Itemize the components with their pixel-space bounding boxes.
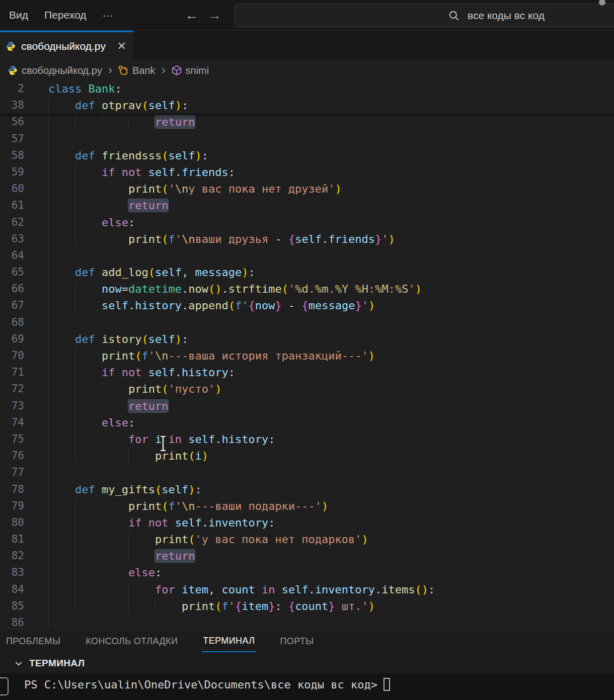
line-number: 84 bbox=[0, 581, 24, 598]
code-text: else: bbox=[48, 564, 162, 581]
code-text: now=datetime.now().strftime('%d.%m.%Y %H… bbox=[48, 281, 422, 297]
code-line[interactable]: 76 print(i) bbox=[0, 448, 614, 464]
code-line[interactable]: 69 def istory(self): bbox=[0, 331, 614, 347]
line-number: 60 bbox=[0, 181, 24, 197]
code-line[interactable]: 2class Bank: bbox=[0, 80, 614, 97]
panel-tab-ПРОБЛЕМЫ[interactable]: ПРОБЛЕМЫ bbox=[5, 631, 72, 652]
line-number: 75 bbox=[0, 431, 24, 448]
chevron-down-icon bbox=[14, 659, 23, 668]
code-text: def my_gifts(self): bbox=[48, 481, 202, 498]
panel-tab-КОНСОЛЬ ОТЛАДКИ[interactable]: КОНСОЛЬ ОТЛАДКИ bbox=[85, 631, 190, 652]
line-number: 64 bbox=[0, 247, 24, 264]
code-lines: 56 return5758 def friendsss(self):59 if … bbox=[0, 114, 614, 629]
code-line[interactable]: 82 return bbox=[0, 548, 614, 564]
code-line[interactable]: 74 else: bbox=[0, 414, 614, 431]
code-line[interactable]: 38 def otprav(self): bbox=[0, 97, 614, 114]
class-icon bbox=[118, 65, 129, 76]
line-number: 59 bbox=[0, 164, 24, 181]
code-text: else: bbox=[48, 414, 135, 431]
code-line[interactable]: 65 def add_log(self, message): bbox=[0, 264, 614, 281]
line-number: 86 bbox=[0, 615, 24, 629]
code-line[interactable]: 60 print('\nу вас пока нет друзей') bbox=[0, 181, 614, 197]
breadcrumb-item-свободныйкод.py[interactable]: свободныйкод.py bbox=[7, 65, 102, 76]
line-number: 61 bbox=[0, 197, 24, 214]
code-line[interactable]: 86 bbox=[0, 615, 614, 629]
code-text: self.history.append(f'{now} - {message}'… bbox=[48, 297, 375, 314]
forward-arrow-icon[interactable]: → bbox=[208, 9, 221, 22]
code-line[interactable]: 85 print(f'{item}: {count} шт.') bbox=[0, 598, 614, 615]
code-line[interactable]: 68 bbox=[0, 314, 614, 331]
breadcrumb-label: свободныйкод.py bbox=[22, 65, 102, 76]
tab-title: свободныйкод.py bbox=[21, 40, 106, 52]
line-number: 77 bbox=[0, 464, 24, 481]
code-line[interactable]: 79 print(f'\n---ваши подарки---') bbox=[0, 498, 614, 514]
close-icon[interactable]: ✕ bbox=[115, 40, 128, 53]
breadcrumb-item-Bank[interactable]: Bank bbox=[118, 65, 156, 76]
terminal-shell-icon bbox=[0, 677, 9, 695]
code-editor[interactable]: 2class Bank:38 def otprav(self): 56 retu… bbox=[0, 80, 614, 629]
line-number: 72 bbox=[0, 381, 24, 397]
code-line[interactable]: 72 print('пусто') bbox=[0, 381, 614, 397]
code-line[interactable]: 75 for i in self.history: bbox=[0, 431, 614, 448]
line-number: 78 bbox=[0, 481, 24, 498]
line-number: 73 bbox=[0, 398, 24, 414]
code-text: def otprav(self): bbox=[48, 97, 188, 114]
code-line[interactable]: 62 else: bbox=[0, 214, 614, 231]
panel-tab-ПОРТЫ[interactable]: ПОРТЫ bbox=[279, 631, 326, 652]
search-query-text: все коды вс код bbox=[468, 10, 545, 22]
indent-guide bbox=[48, 247, 49, 264]
line-number: 85 bbox=[0, 598, 24, 615]
code-line[interactable]: 66 now=datetime.now().strftime('%d.%m.%Y… bbox=[0, 281, 614, 297]
line-number: 81 bbox=[0, 531, 24, 548]
line-number: 68 bbox=[0, 314, 24, 331]
code-line[interactable]: 61 return bbox=[0, 197, 614, 214]
breadcrumb-item-snimi[interactable]: snimi bbox=[171, 65, 209, 76]
code-text: return bbox=[48, 114, 195, 130]
terminal-cursor bbox=[383, 678, 390, 691]
tab-file[interactable]: свободныйкод.py✕ bbox=[0, 31, 133, 60]
line-number: 80 bbox=[0, 514, 24, 531]
command-center-search[interactable]: все коды вс код bbox=[235, 4, 614, 27]
code-line[interactable]: 77 bbox=[0, 464, 614, 481]
code-text: else: bbox=[48, 214, 135, 231]
editor-tab-bar: свободныйкод.py✕ bbox=[0, 31, 614, 60]
line-number: 74 bbox=[0, 414, 24, 431]
code-line[interactable]: 57 bbox=[0, 131, 614, 147]
line-number: 65 bbox=[0, 264, 24, 281]
menu-item-2[interactable]: ··· bbox=[94, 9, 121, 21]
line-number: 71 bbox=[0, 364, 24, 381]
line-number: 57 bbox=[0, 131, 24, 147]
code-line[interactable]: 70 print(f'\n---ваша история транзакций-… bbox=[0, 347, 614, 364]
code-line[interactable]: 58 def friendsss(self): bbox=[0, 147, 614, 164]
menu-item-1[interactable]: Переход bbox=[36, 9, 94, 21]
code-line[interactable]: 81 print('у вас пока нет подарков') bbox=[0, 531, 614, 548]
code-line[interactable]: 63 print(f'\nваши друзья - {self.friends… bbox=[0, 231, 614, 247]
back-arrow-icon[interactable]: ← bbox=[185, 9, 198, 22]
code-text: if not self.inventory: bbox=[48, 514, 275, 531]
code-line[interactable]: 84 for item, count in self.inventory.ite… bbox=[0, 581, 614, 598]
code-line[interactable]: 73 return bbox=[0, 398, 614, 414]
code-text: def istory(self): bbox=[48, 331, 188, 347]
code-text: print('у вас пока нет подарков') bbox=[48, 531, 368, 548]
code-text: return bbox=[48, 197, 168, 214]
code-line[interactable]: 67 self.history.append(f'{now} - {messag… bbox=[0, 297, 614, 314]
panel-tab-ТЕРМИНАЛ[interactable]: ТЕРМИНАЛ bbox=[202, 631, 267, 652]
code-line[interactable]: 59 if not self.friends: bbox=[0, 164, 614, 181]
code-line[interactable]: 71 if not self.history: bbox=[0, 364, 614, 381]
terminal-section-header[interactable]: ТЕРМИНАЛ bbox=[0, 653, 614, 673]
code-text: print(f'\n---ваши подарки---') bbox=[48, 498, 328, 514]
chevron-right-icon bbox=[106, 67, 114, 74]
terminal-output[interactable]: PS C:\Users\ualin\OneDrive\Documents\все… bbox=[0, 673, 614, 700]
code-line[interactable]: 64 bbox=[0, 247, 614, 264]
code-line[interactable]: 83 else: bbox=[0, 564, 614, 581]
code-text: if not self.friends: bbox=[48, 164, 235, 181]
line-number: 82 bbox=[0, 548, 24, 564]
line-number: 83 bbox=[0, 564, 24, 581]
code-line[interactable]: 78 def my_gifts(self): bbox=[0, 481, 614, 498]
code-text: print(f'{item}: {count} шт.') bbox=[48, 598, 375, 615]
menu-item-0[interactable]: Вид bbox=[1, 9, 36, 21]
title-bar: ВидПереход··· ← → все коды вс код bbox=[0, 0, 614, 31]
code-line[interactable]: 80 if not self.inventory: bbox=[0, 514, 614, 531]
code-line[interactable]: 56 return bbox=[0, 114, 614, 130]
code-text: print('пусто') bbox=[48, 381, 221, 397]
